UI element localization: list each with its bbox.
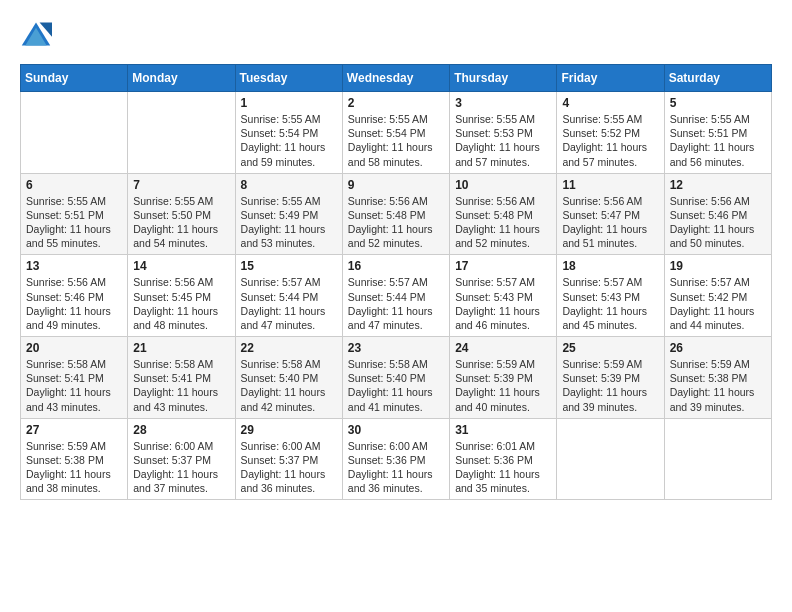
calendar-week-2: 6Sunrise: 5:55 AM Sunset: 5:51 PM Daylig… bbox=[21, 173, 772, 255]
day-number: 21 bbox=[133, 341, 229, 355]
page-header bbox=[20, 20, 772, 48]
day-info: Sunrise: 5:56 AM Sunset: 5:45 PM Dayligh… bbox=[133, 275, 229, 332]
day-number: 4 bbox=[562, 96, 658, 110]
day-info: Sunrise: 5:59 AM Sunset: 5:38 PM Dayligh… bbox=[26, 439, 122, 496]
day-info: Sunrise: 5:59 AM Sunset: 5:39 PM Dayligh… bbox=[562, 357, 658, 414]
day-info: Sunrise: 5:56 AM Sunset: 5:46 PM Dayligh… bbox=[670, 194, 766, 251]
day-info: Sunrise: 5:57 AM Sunset: 5:44 PM Dayligh… bbox=[241, 275, 337, 332]
day-number: 5 bbox=[670, 96, 766, 110]
day-info: Sunrise: 5:58 AM Sunset: 5:41 PM Dayligh… bbox=[133, 357, 229, 414]
calendar-header-row: SundayMondayTuesdayWednesdayThursdayFrid… bbox=[21, 65, 772, 92]
day-number: 15 bbox=[241, 259, 337, 273]
calendar-cell: 3Sunrise: 5:55 AM Sunset: 5:53 PM Daylig… bbox=[450, 92, 557, 174]
weekday-header-thursday: Thursday bbox=[450, 65, 557, 92]
logo-icon bbox=[20, 20, 52, 48]
calendar-cell bbox=[128, 92, 235, 174]
day-info: Sunrise: 5:58 AM Sunset: 5:40 PM Dayligh… bbox=[241, 357, 337, 414]
day-info: Sunrise: 6:00 AM Sunset: 5:37 PM Dayligh… bbox=[241, 439, 337, 496]
calendar-cell: 7Sunrise: 5:55 AM Sunset: 5:50 PM Daylig… bbox=[128, 173, 235, 255]
day-number: 11 bbox=[562, 178, 658, 192]
calendar-week-5: 27Sunrise: 5:59 AM Sunset: 5:38 PM Dayli… bbox=[21, 418, 772, 500]
weekday-header-saturday: Saturday bbox=[664, 65, 771, 92]
day-info: Sunrise: 5:58 AM Sunset: 5:40 PM Dayligh… bbox=[348, 357, 444, 414]
calendar-cell: 22Sunrise: 5:58 AM Sunset: 5:40 PM Dayli… bbox=[235, 337, 342, 419]
day-number: 9 bbox=[348, 178, 444, 192]
calendar-cell: 16Sunrise: 5:57 AM Sunset: 5:44 PM Dayli… bbox=[342, 255, 449, 337]
day-info: Sunrise: 5:55 AM Sunset: 5:49 PM Dayligh… bbox=[241, 194, 337, 251]
calendar-cell: 20Sunrise: 5:58 AM Sunset: 5:41 PM Dayli… bbox=[21, 337, 128, 419]
day-number: 18 bbox=[562, 259, 658, 273]
calendar-week-1: 1Sunrise: 5:55 AM Sunset: 5:54 PM Daylig… bbox=[21, 92, 772, 174]
calendar-cell bbox=[21, 92, 128, 174]
calendar-cell: 15Sunrise: 5:57 AM Sunset: 5:44 PM Dayli… bbox=[235, 255, 342, 337]
day-info: Sunrise: 5:57 AM Sunset: 5:43 PM Dayligh… bbox=[455, 275, 551, 332]
calendar-cell: 28Sunrise: 6:00 AM Sunset: 5:37 PM Dayli… bbox=[128, 418, 235, 500]
calendar-cell: 4Sunrise: 5:55 AM Sunset: 5:52 PM Daylig… bbox=[557, 92, 664, 174]
calendar-cell: 5Sunrise: 5:55 AM Sunset: 5:51 PM Daylig… bbox=[664, 92, 771, 174]
calendar-cell: 6Sunrise: 5:55 AM Sunset: 5:51 PM Daylig… bbox=[21, 173, 128, 255]
day-number: 14 bbox=[133, 259, 229, 273]
day-number: 12 bbox=[670, 178, 766, 192]
day-info: Sunrise: 5:56 AM Sunset: 5:48 PM Dayligh… bbox=[455, 194, 551, 251]
calendar-cell: 10Sunrise: 5:56 AM Sunset: 5:48 PM Dayli… bbox=[450, 173, 557, 255]
weekday-header-sunday: Sunday bbox=[21, 65, 128, 92]
day-info: Sunrise: 5:55 AM Sunset: 5:51 PM Dayligh… bbox=[26, 194, 122, 251]
day-number: 13 bbox=[26, 259, 122, 273]
day-number: 17 bbox=[455, 259, 551, 273]
calendar-cell bbox=[664, 418, 771, 500]
calendar-cell: 18Sunrise: 5:57 AM Sunset: 5:43 PM Dayli… bbox=[557, 255, 664, 337]
weekday-header-monday: Monday bbox=[128, 65, 235, 92]
day-info: Sunrise: 5:55 AM Sunset: 5:51 PM Dayligh… bbox=[670, 112, 766, 169]
calendar-cell: 19Sunrise: 5:57 AM Sunset: 5:42 PM Dayli… bbox=[664, 255, 771, 337]
day-number: 25 bbox=[562, 341, 658, 355]
day-number: 1 bbox=[241, 96, 337, 110]
day-info: Sunrise: 5:55 AM Sunset: 5:53 PM Dayligh… bbox=[455, 112, 551, 169]
weekday-header-wednesday: Wednesday bbox=[342, 65, 449, 92]
calendar-cell: 8Sunrise: 5:55 AM Sunset: 5:49 PM Daylig… bbox=[235, 173, 342, 255]
calendar-cell: 17Sunrise: 5:57 AM Sunset: 5:43 PM Dayli… bbox=[450, 255, 557, 337]
day-info: Sunrise: 5:56 AM Sunset: 5:46 PM Dayligh… bbox=[26, 275, 122, 332]
day-info: Sunrise: 5:57 AM Sunset: 5:42 PM Dayligh… bbox=[670, 275, 766, 332]
day-info: Sunrise: 5:59 AM Sunset: 5:39 PM Dayligh… bbox=[455, 357, 551, 414]
day-info: Sunrise: 6:01 AM Sunset: 5:36 PM Dayligh… bbox=[455, 439, 551, 496]
calendar-cell: 14Sunrise: 5:56 AM Sunset: 5:45 PM Dayli… bbox=[128, 255, 235, 337]
day-info: Sunrise: 5:59 AM Sunset: 5:38 PM Dayligh… bbox=[670, 357, 766, 414]
day-number: 8 bbox=[241, 178, 337, 192]
day-info: Sunrise: 5:58 AM Sunset: 5:41 PM Dayligh… bbox=[26, 357, 122, 414]
day-info: Sunrise: 6:00 AM Sunset: 5:36 PM Dayligh… bbox=[348, 439, 444, 496]
day-number: 16 bbox=[348, 259, 444, 273]
day-number: 23 bbox=[348, 341, 444, 355]
day-info: Sunrise: 5:57 AM Sunset: 5:43 PM Dayligh… bbox=[562, 275, 658, 332]
day-info: Sunrise: 5:56 AM Sunset: 5:48 PM Dayligh… bbox=[348, 194, 444, 251]
day-number: 2 bbox=[348, 96, 444, 110]
day-number: 24 bbox=[455, 341, 551, 355]
calendar-cell: 26Sunrise: 5:59 AM Sunset: 5:38 PM Dayli… bbox=[664, 337, 771, 419]
day-number: 3 bbox=[455, 96, 551, 110]
day-number: 26 bbox=[670, 341, 766, 355]
day-info: Sunrise: 5:56 AM Sunset: 5:47 PM Dayligh… bbox=[562, 194, 658, 251]
calendar-cell: 21Sunrise: 5:58 AM Sunset: 5:41 PM Dayli… bbox=[128, 337, 235, 419]
calendar-cell: 1Sunrise: 5:55 AM Sunset: 5:54 PM Daylig… bbox=[235, 92, 342, 174]
calendar-cell: 11Sunrise: 5:56 AM Sunset: 5:47 PM Dayli… bbox=[557, 173, 664, 255]
day-info: Sunrise: 5:55 AM Sunset: 5:54 PM Dayligh… bbox=[348, 112, 444, 169]
day-number: 31 bbox=[455, 423, 551, 437]
calendar-table: SundayMondayTuesdayWednesdayThursdayFrid… bbox=[20, 64, 772, 500]
day-info: Sunrise: 5:55 AM Sunset: 5:54 PM Dayligh… bbox=[241, 112, 337, 169]
calendar-cell: 30Sunrise: 6:00 AM Sunset: 5:36 PM Dayli… bbox=[342, 418, 449, 500]
day-info: Sunrise: 5:57 AM Sunset: 5:44 PM Dayligh… bbox=[348, 275, 444, 332]
calendar-cell: 13Sunrise: 5:56 AM Sunset: 5:46 PM Dayli… bbox=[21, 255, 128, 337]
calendar-week-3: 13Sunrise: 5:56 AM Sunset: 5:46 PM Dayli… bbox=[21, 255, 772, 337]
calendar-cell: 31Sunrise: 6:01 AM Sunset: 5:36 PM Dayli… bbox=[450, 418, 557, 500]
calendar-cell: 23Sunrise: 5:58 AM Sunset: 5:40 PM Dayli… bbox=[342, 337, 449, 419]
calendar-cell bbox=[557, 418, 664, 500]
calendar-cell: 9Sunrise: 5:56 AM Sunset: 5:48 PM Daylig… bbox=[342, 173, 449, 255]
day-number: 19 bbox=[670, 259, 766, 273]
day-number: 27 bbox=[26, 423, 122, 437]
calendar-cell: 29Sunrise: 6:00 AM Sunset: 5:37 PM Dayli… bbox=[235, 418, 342, 500]
calendar-cell: 12Sunrise: 5:56 AM Sunset: 5:46 PM Dayli… bbox=[664, 173, 771, 255]
calendar-cell: 24Sunrise: 5:59 AM Sunset: 5:39 PM Dayli… bbox=[450, 337, 557, 419]
day-number: 7 bbox=[133, 178, 229, 192]
day-number: 6 bbox=[26, 178, 122, 192]
day-number: 30 bbox=[348, 423, 444, 437]
calendar-cell: 25Sunrise: 5:59 AM Sunset: 5:39 PM Dayli… bbox=[557, 337, 664, 419]
